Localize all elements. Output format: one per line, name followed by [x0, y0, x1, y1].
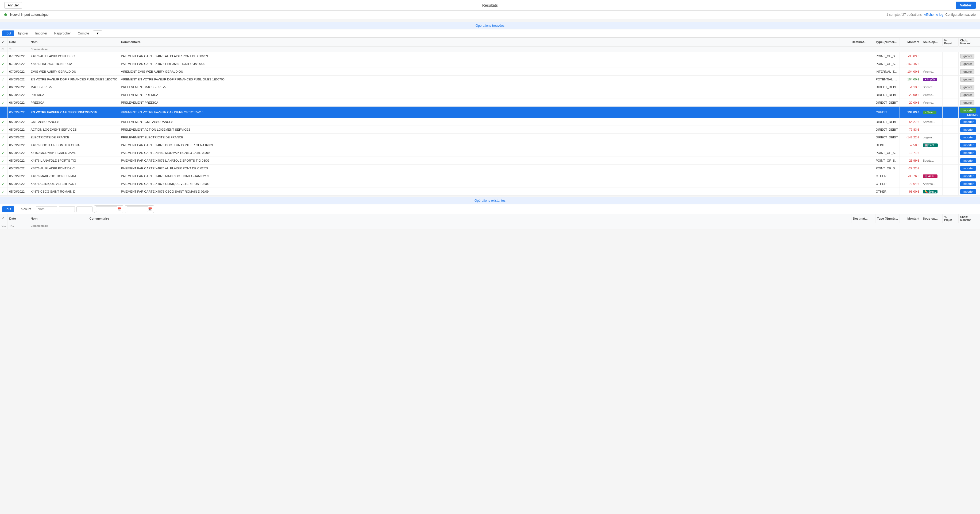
row-comment: PAIEMENT PAR CARTE X4876 CLINIQUE VETERI…: [119, 180, 850, 188]
row-subop: ✗ Impôts: [921, 76, 943, 83]
row-action-btn[interactable]: Importer: [960, 174, 976, 178]
row-comment: PAIEMENT PAR CARTE X4876 DOCTEUR PONTIER…: [119, 141, 850, 149]
col-comment-sub: Commentaire: [29, 46, 980, 52]
col-montant[interactable]: Montant: [900, 38, 921, 46]
row-dest: [850, 52, 874, 60]
row-action-btn[interactable]: Importer: [960, 119, 976, 124]
section-operations-existantes: Opérations existantes: [0, 197, 980, 205]
row-nom: X4876 CSCG SAINT ROMAIN D: [29, 188, 119, 195]
row-action-btn[interactable]: Importer: [960, 158, 976, 163]
row-pct: [943, 106, 959, 118]
col-sous-op-ex[interactable]: Sous-op...: [921, 214, 943, 223]
row-type: CREDIT: [874, 106, 899, 118]
row-action-btn[interactable]: Ignorer: [960, 100, 974, 105]
row-comment: PRELEVEMENT MACSF-PREV-: [119, 83, 850, 91]
row-action-btn[interactable]: Importer: [960, 166, 976, 171]
row-action-btn[interactable]: Ignorer: [960, 92, 974, 97]
row-date: 06/09/2022: [8, 99, 29, 106]
row-type: OTHER: [874, 172, 899, 180]
row-check: ✓: [0, 172, 8, 180]
row-subop: Service...: [921, 83, 943, 91]
row-subop: [921, 149, 943, 157]
row-check: ✓: [0, 165, 8, 172]
row-pct: [943, 118, 959, 126]
row-action-btn[interactable]: Importer: [960, 181, 976, 186]
col-date-ex[interactable]: Date: [8, 214, 29, 223]
col-montant-ex[interactable]: Montant: [900, 214, 921, 223]
badge: 🛒 Anni...: [923, 175, 937, 178]
col-type[interactable]: Type (Numér...: [874, 38, 899, 46]
tab-rapprocher[interactable]: Rapprocher: [51, 30, 74, 36]
row-type: DIRECT_DEBIT: [874, 91, 899, 99]
col-nom[interactable]: Nom: [29, 38, 119, 46]
tab-ignorer[interactable]: Ignorer: [15, 30, 31, 36]
row-type: POINT_OF_S...: [874, 149, 899, 157]
row-comment: PAIEMENT PAR CARTE X4876 CSCG SAINT ROMA…: [119, 188, 850, 195]
amount1-input[interactable]: 139,83: [59, 206, 75, 212]
col-destinat[interactable]: Destinat...: [850, 38, 874, 46]
tab-importer[interactable]: Importer: [32, 30, 50, 36]
row-type: POTENTIAL_...: [874, 76, 899, 83]
col-commentaire-ex[interactable]: Commentaire: [88, 214, 851, 223]
amount2-input[interactable]: 139,83: [76, 206, 92, 212]
row-action-btn[interactable]: Importer: [960, 143, 976, 148]
date1-input[interactable]: 02/09/2022: [96, 206, 117, 212]
date2-input[interactable]: 08/09/2022: [127, 206, 148, 212]
table-row: ✓ 06/09/2022 MACSF-PREV- PRELEVEMENT MAC…: [0, 83, 980, 91]
col-sous-op[interactable]: Sous-op...: [921, 38, 943, 46]
row-action-btn[interactable]: Importer: [960, 127, 976, 132]
row-check: ✓: [0, 188, 8, 195]
compte-dropdown[interactable]: ▼: [93, 30, 102, 36]
row-action-btn[interactable]: Importer: [960, 135, 976, 140]
tab-compte[interactable]: Compte: [75, 30, 92, 36]
config-saved: Configuration sauvée: [945, 13, 976, 17]
row-action-btn[interactable]: Ignorer: [960, 69, 974, 74]
tab-tout[interactable]: Tout: [2, 30, 14, 36]
col-tr: Tr...: [8, 46, 29, 52]
row-subop: Vireme...: [921, 68, 943, 76]
col-destinat-ex[interactable]: Destinat...: [851, 214, 875, 223]
row-check: ✓: [0, 83, 8, 91]
row-action-btn[interactable]: Importer: [960, 151, 976, 155]
row-action-btn[interactable]: Ignorer: [960, 85, 974, 89]
row-pct: [943, 126, 959, 133]
row-action-btn[interactable]: Ignorer: [960, 54, 974, 59]
row-dest: [850, 68, 874, 76]
table-row: ✓ 05/09/2022 GMF ASSURANCES PRELEVEMENT …: [0, 118, 980, 126]
col-choix-ex[interactable]: ChoixMontant: [959, 214, 980, 223]
table-row: ✓ 07/09/2022 X4876 LIDL 3639 TIGNIEU JA …: [0, 60, 980, 68]
row-date: 05/09/2022: [8, 126, 29, 133]
tab-en-cours[interactable]: En cours: [16, 206, 34, 212]
row-amount: -33,76 €: [900, 172, 921, 180]
row-comment: PAIEMENT PAR CARTE X4876 AU PLAISIR PONT…: [119, 52, 850, 60]
row-type: DIRECT_DEBIT: [874, 83, 899, 91]
col-nom-ex[interactable]: Nom: [29, 214, 88, 223]
col-choix[interactable]: ChoixMontant: [959, 38, 980, 46]
row-action-cell: Importer: [959, 165, 980, 172]
col-type-ex[interactable]: Type (Numér...: [875, 214, 899, 223]
row-dest: [850, 157, 874, 165]
row-action-btn[interactable]: Ignorer: [960, 77, 974, 82]
col-commentaire[interactable]: Commentaire: [119, 38, 850, 46]
nom-input[interactable]: [36, 206, 57, 212]
afficher-log-link[interactable]: Afficher le log: [924, 13, 943, 17]
row-action-btn[interactable]: Ignorer: [960, 62, 974, 66]
table-row: ✓ 05/09/2022 X4876 CLINIQUE VETERI PONT …: [0, 180, 980, 188]
row-action-btn[interactable]: Importer: [960, 189, 976, 194]
row-date: 06/09/2022: [8, 76, 29, 83]
row-subop: [921, 60, 943, 68]
annuler-button[interactable]: Annuler: [4, 2, 22, 8]
row-action-btn[interactable]: Importer: [960, 108, 976, 113]
valider-button[interactable]: Valider: [956, 2, 976, 9]
calendar2-icon[interactable]: 📅: [148, 207, 152, 211]
col-pct[interactable]: %Projet: [943, 38, 959, 46]
row-pct: [943, 68, 959, 76]
col-pct-ex[interactable]: %Projet: [943, 214, 959, 223]
calendar1-icon[interactable]: 📅: [117, 207, 121, 211]
row-check: ✓: [0, 157, 8, 165]
tab-tout-existantes[interactable]: Tout: [2, 206, 14, 212]
table-row: ✓ 06/09/2022 EN VOTRE FAVEUR DGFIP FINAN…: [0, 76, 980, 83]
col-date[interactable]: Date: [8, 38, 29, 46]
row-type: OTHER: [874, 180, 899, 188]
row-dest: [850, 141, 874, 149]
